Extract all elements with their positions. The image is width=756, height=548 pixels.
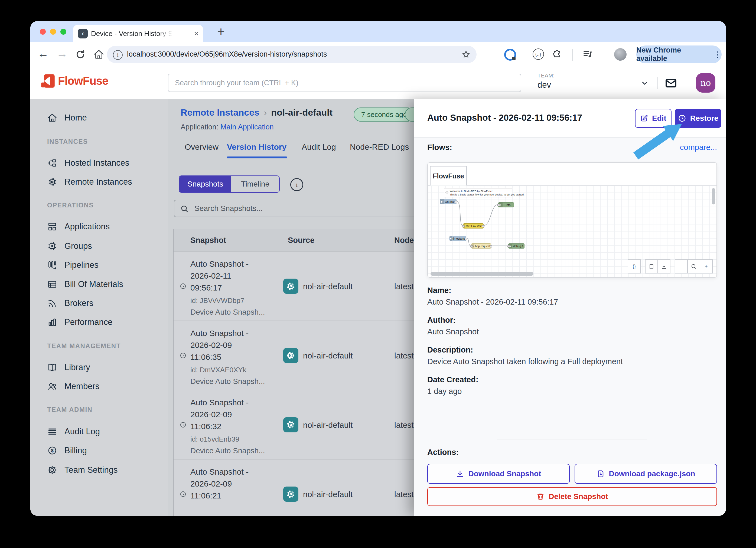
- url-bar[interactable]: i localhost:3000/device/O65j96mX8e/versi…: [107, 46, 477, 63]
- edit-button[interactable]: Edit: [635, 109, 672, 128]
- info-icon[interactable]: i: [290, 178, 303, 191]
- tab-version-history[interactable]: Version History: [227, 142, 286, 152]
- download-package-json-button[interactable]: Download package.json: [575, 464, 717, 484]
- flow-node-label: On Start: [444, 200, 456, 203]
- forward-button[interactable]: →: [56, 47, 68, 60]
- applications-icon: [47, 221, 57, 232]
- flow-tab: FlowFuse: [430, 166, 467, 185]
- device-chip-icon: [283, 417, 298, 432]
- breadcrumb: Remote Instances › nol-air-default: [181, 107, 333, 118]
- view-json-button[interactable]: {}: [628, 259, 641, 273]
- sidebar-item-groups[interactable]: Groups: [47, 241, 92, 251]
- chrome-update-button[interactable]: New Chrome available ⋮: [636, 45, 722, 63]
- snapshot-title: Auto Snapshot - 2026-02-09 11:06:21: [190, 466, 255, 502]
- reload-button[interactable]: [75, 49, 86, 60]
- sidebar-item-label: Members: [64, 381, 99, 391]
- flow-node-debug: ≡ debug 1: [508, 243, 524, 249]
- sidebar-section-team-management: TEAM MANAGEMENT: [47, 342, 121, 350]
- notifications-mail-icon[interactable]: [664, 77, 677, 90]
- horizontal-scrollbar[interactable]: [431, 272, 533, 276]
- tab-audit-log[interactable]: Audit Log: [302, 142, 336, 152]
- media-playlist-icon[interactable]: [582, 48, 594, 60]
- tab-overview[interactable]: Overview: [185, 142, 219, 152]
- sidebar-item-applications[interactable]: Applications: [47, 221, 110, 232]
- sidebar-item-billing[interactable]: Billing: [47, 445, 87, 456]
- new-tab-button[interactable]: +: [217, 25, 225, 38]
- home-icon: [47, 113, 57, 123]
- copy-clipboard-button[interactable]: [645, 259, 658, 273]
- home-button[interactable]: [93, 49, 105, 60]
- team-search-input[interactable]: [168, 74, 521, 92]
- sidebar-item-library[interactable]: Library: [47, 362, 90, 373]
- flow-node-label: Get Env Vars: [465, 224, 483, 228]
- pipelines-icon: [47, 260, 57, 270]
- field-value: Device Auto Snapshot taken following a F…: [427, 357, 623, 366]
- hosted-instances-icon: [47, 158, 57, 168]
- browser-profile-avatar[interactable]: [614, 48, 627, 61]
- flowfuse-logo-icon: [41, 74, 55, 88]
- header-divider: [687, 77, 687, 89]
- close-window-button[interactable]: [40, 29, 46, 35]
- flowfuse-logo[interactable]: FlowFuse: [41, 74, 108, 88]
- field-name: Name: Auto Snapshot - 2026-02-11 09:56:1…: [427, 286, 558, 306]
- header-divider: [657, 77, 658, 89]
- team-name[interactable]: dev: [537, 80, 551, 90]
- library-book-icon: [47, 362, 57, 373]
- sidebar-item-hosted-instances[interactable]: Hosted Instances: [47, 158, 129, 168]
- back-button[interactable]: ←: [37, 47, 49, 60]
- snapshot-source: nol-air-default: [303, 282, 353, 291]
- breadcrumb-remote-instances-link[interactable]: Remote Instances: [181, 107, 259, 118]
- snapshot-detail-drawer: Auto Snapshot - 2026-02-11 09:56:17 Edit…: [414, 99, 726, 516]
- browser-menu-icon[interactable]: ⋮: [713, 50, 722, 59]
- site-info-icon[interactable]: i: [113, 50, 123, 60]
- url-text: localhost:3000/device/O65j96mX8e/version…: [127, 50, 327, 58]
- user-avatar[interactable]: no: [696, 73, 715, 93]
- bookmark-star-icon[interactable]: [461, 50, 471, 59]
- extensions-puzzle-icon[interactable]: [552, 48, 562, 59]
- download-flow-button[interactable]: [657, 259, 670, 273]
- toggle-timeline[interactable]: Timeline: [231, 176, 279, 192]
- zoom-in-button[interactable]: +: [700, 259, 713, 273]
- delete-snapshot-label: Delete Snapshot: [549, 492, 608, 501]
- vertical-scrollbar[interactable]: [712, 188, 715, 204]
- application-line: Application: Main Application: [181, 123, 274, 131]
- sidebar-item-home[interactable]: Home: [47, 113, 87, 123]
- zoom-search-button[interactable]: [687, 259, 700, 273]
- sidebar-item-bill-of-materials[interactable]: Bill Of Materials: [47, 279, 123, 289]
- flow-node-debug: ≡ Info: [498, 202, 514, 207]
- inject-icon: ▶: [440, 199, 444, 204]
- snapshot-source: nol-air-default: [303, 420, 353, 430]
- tab-node-red-logs[interactable]: Node-RED Logs: [350, 142, 409, 152]
- download-snapshot-button[interactable]: Download Snapshot: [427, 464, 570, 484]
- sidebar-item-performance[interactable]: Performance: [47, 317, 112, 327]
- password-manager-extension-icon[interactable]: [504, 49, 516, 61]
- snapshot-id: id: JBVvVWDbp7: [190, 296, 244, 305]
- snapshot-title: Auto Snapshot - 2026-02-09 11:06:35: [190, 327, 255, 363]
- sidebar-item-members[interactable]: Members: [47, 381, 99, 392]
- close-tab-icon[interactable]: ×: [194, 29, 199, 38]
- sidebar-item-label: Brokers: [64, 298, 93, 308]
- flow-canvas: Welcome to Node-RED by FlowFuse! This is…: [428, 185, 716, 277]
- sidebar-item-audit-log[interactable]: Audit Log: [47, 426, 100, 437]
- field-label: Author:: [427, 316, 479, 325]
- sidebar-item-pipelines[interactable]: Pipelines: [47, 260, 99, 270]
- sidebar-item-team-settings[interactable]: Team Settings: [47, 465, 118, 475]
- sidebar-item-brokers[interactable]: Brokers: [47, 298, 93, 308]
- delete-snapshot-button[interactable]: Delete Snapshot: [427, 487, 717, 506]
- sidebar-item-label: Remote Instances: [64, 177, 132, 187]
- browser-tab[interactable]: ‹ Device - Version History Snap ×: [73, 25, 203, 42]
- restore-button[interactable]: Restore: [675, 109, 721, 128]
- toggle-snapshots[interactable]: Snapshots: [179, 176, 231, 192]
- trash-icon: [536, 492, 545, 501]
- sidebar-item-remote-instances[interactable]: Remote Instances: [47, 177, 132, 187]
- sidebar-item-label: Applications: [64, 222, 110, 231]
- application-link[interactable]: Main Application: [220, 123, 274, 131]
- maximize-window-button[interactable]: [60, 29, 66, 35]
- minimize-window-button[interactable]: [50, 29, 56, 35]
- snapshot-version: latest: [394, 282, 414, 291]
- download-package-label: Download package.json: [609, 469, 695, 478]
- zoom-out-button[interactable]: –: [675, 259, 688, 273]
- compare-link[interactable]: compare...: [680, 143, 717, 152]
- braces-extension-icon[interactable]: {..}: [533, 48, 544, 60]
- chevron-down-icon[interactable]: [640, 79, 649, 88]
